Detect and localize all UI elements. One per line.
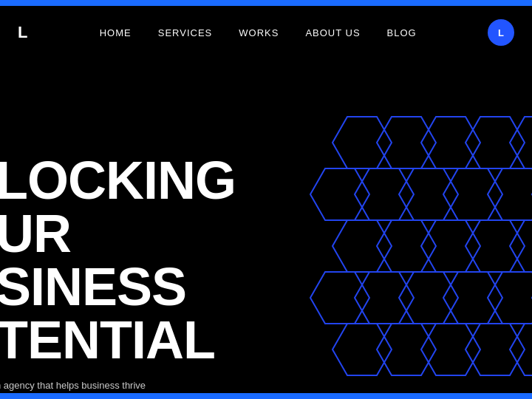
bottom-bar (0, 393, 532, 399)
top-bar (0, 0, 532, 6)
svg-marker-0 (332, 117, 392, 168)
hero-section: LOCKING UR SINESS TENTIAL h agency that … (0, 58, 532, 393)
svg-marker-20 (488, 272, 532, 324)
svg-marker-16 (310, 272, 369, 324)
nav-item-works[interactable]: WORKS (239, 26, 279, 39)
hero-text: LOCKING UR SINESS TENTIAL h agency that … (0, 154, 236, 393)
svg-marker-1 (377, 117, 436, 168)
nav-item-services[interactable]: SERVICES (158, 26, 213, 39)
hero-title-line4: TENTIAL (0, 313, 236, 366)
svg-marker-6 (355, 168, 414, 220)
svg-marker-7 (399, 168, 458, 220)
svg-marker-18 (399, 272, 458, 324)
hero-subtitle-line1: h agency that helps business thrive (0, 378, 202, 393)
hex-svg (236, 102, 532, 393)
main-container: L HOME SERVICES WORKS ABOUT US BLOG L (0, 6, 532, 393)
svg-marker-11 (332, 220, 392, 272)
svg-marker-5 (310, 168, 369, 220)
svg-marker-3 (466, 117, 525, 168)
svg-marker-25 (466, 324, 525, 375)
hero-title-line3: SINESS (0, 260, 236, 313)
navbar: L HOME SERVICES WORKS ABOUT US BLOG L (0, 6, 532, 59)
svg-marker-24 (421, 324, 480, 375)
svg-marker-14 (466, 220, 525, 272)
svg-marker-19 (443, 272, 502, 324)
svg-marker-23 (377, 324, 436, 375)
svg-marker-9 (488, 168, 532, 220)
nav-link-about[interactable]: ABOUT US (305, 27, 360, 38)
nav-link-works[interactable]: WORKS (239, 27, 279, 38)
cta-button[interactable]: L (488, 19, 514, 46)
svg-marker-13 (421, 220, 480, 272)
hex-grid (236, 102, 532, 393)
logo: L (18, 23, 28, 42)
svg-marker-17 (355, 272, 414, 324)
svg-marker-22 (332, 324, 392, 375)
nav-item-about[interactable]: ABOUT US (305, 26, 360, 39)
svg-marker-2 (421, 117, 480, 168)
nav-link-home[interactable]: HOME (100, 27, 132, 38)
hero-title-line2: UR (0, 207, 236, 260)
svg-marker-4 (510, 117, 532, 168)
svg-marker-15 (510, 220, 532, 272)
nav-item-home[interactable]: HOME (100, 26, 132, 39)
hero-subtitle: h agency that helps business thrive aced… (0, 378, 202, 393)
hero-title: LOCKING UR SINESS TENTIAL (0, 154, 236, 366)
nav-item-blog[interactable]: BLOG (387, 26, 417, 39)
hero-title-line1: LOCKING (0, 154, 236, 207)
nav-link-services[interactable]: SERVICES (158, 27, 213, 38)
svg-marker-26 (510, 324, 532, 375)
nav-links: HOME SERVICES WORKS ABOUT US BLOG (100, 26, 417, 39)
svg-marker-12 (377, 220, 436, 272)
nav-link-blog[interactable]: BLOG (387, 27, 417, 38)
svg-marker-8 (443, 168, 502, 220)
